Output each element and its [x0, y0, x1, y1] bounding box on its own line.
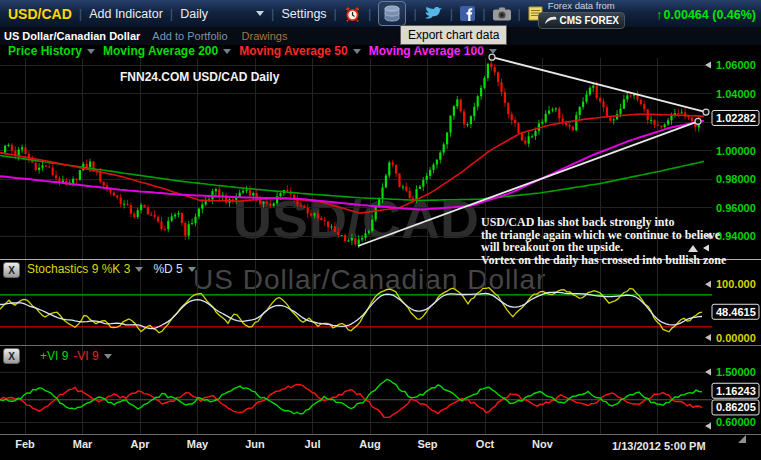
legend-label: Moving Average 50 [239, 44, 347, 58]
stochastics-k-label[interactable]: Stochastics 9 %K 3 [27, 262, 130, 276]
svg-text:Oct: Oct [476, 438, 495, 450]
settings-button[interactable]: Settings [281, 7, 326, 21]
annotation-line: USD/CAD has shot back strongly into [481, 216, 726, 229]
twitter-icon[interactable] [424, 6, 443, 21]
svg-text:0.00000: 0.00000 [716, 332, 756, 344]
legend-label: Moving Average 200 [103, 44, 218, 58]
svg-text:0.96000: 0.96000 [716, 202, 756, 214]
legend-moving-average-50[interactable]: Moving Average 50 [239, 44, 360, 58]
data-source: Forex data from CMS FOREX [538, 0, 625, 29]
chevron-down-icon[interactable] [135, 267, 143, 272]
chevron-down-icon[interactable] [188, 267, 196, 272]
chevron-down-icon[interactable] [256, 11, 264, 16]
annotation-line: will breakout on the upside. [481, 241, 726, 254]
svg-text:Jun: Jun [245, 438, 265, 450]
toolbar: USD/CAD | Add Indicator | Daily | Settin… [0, 0, 761, 28]
chevron-down-icon[interactable] [87, 49, 95, 54]
svg-text:Mar: Mar [73, 438, 93, 450]
svg-text:1.06000: 1.06000 [716, 59, 756, 71]
svg-text:100.000: 100.000 [716, 278, 756, 290]
alarm-icon[interactable] [344, 6, 361, 22]
svg-text:48.4615: 48.4615 [716, 306, 756, 318]
separator: | [482, 6, 485, 21]
vortex-plus-label[interactable]: +VI 9 [40, 349, 68, 363]
legend-moving-average-100[interactable]: Moving Average 100 [369, 44, 497, 58]
svg-text:May: May [187, 438, 209, 450]
svg-text:1.04000: 1.04000 [716, 88, 756, 100]
separator: | [334, 6, 337, 21]
svg-text:Aug: Aug [359, 438, 380, 450]
vortex-minus-label[interactable]: -VI 9 [73, 349, 98, 363]
separator: | [271, 6, 274, 21]
close-vortex-button[interactable]: X [3, 348, 20, 364]
legend-label: Price History [8, 44, 82, 58]
svg-text:Sep: Sep [417, 438, 437, 450]
add-indicator-button[interactable]: Add Indicator [89, 7, 163, 21]
separator: | [368, 6, 371, 21]
chevron-down-icon[interactable] [353, 49, 361, 54]
legend-price-history[interactable]: Price History [8, 44, 95, 58]
close-stochastics-button[interactable]: X [3, 262, 20, 278]
export-chart-data-tooltip: Export chart data [400, 25, 507, 45]
chart-title: FNN24.COM USD/CAD Daily [120, 70, 279, 84]
symbol-label: USD/CAD [8, 6, 72, 22]
svg-text:0.60000: 0.60000 [716, 416, 756, 428]
legend-label: Moving Average 100 [369, 44, 484, 58]
separator: | [518, 6, 521, 21]
svg-text:1.16243: 1.16243 [716, 385, 756, 397]
chevron-down-icon[interactable] [223, 49, 231, 54]
svg-text:0.98000: 0.98000 [716, 173, 756, 185]
separator: | [79, 6, 82, 21]
cms-forex-logo[interactable]: CMS FOREX [538, 12, 625, 29]
svg-text:0.86205: 0.86205 [716, 401, 756, 413]
legend-bar: Price History Moving Average 200 Moving … [0, 44, 761, 58]
svg-text:Apr: Apr [131, 438, 151, 450]
camera-icon[interactable] [493, 7, 511, 21]
svg-text:Nov: Nov [532, 438, 554, 450]
annotation-line: Vortex on the daily has crossed into bul… [481, 254, 726, 267]
svg-text:1.50000: 1.50000 [716, 366, 756, 378]
analyst-annotation: USD/CAD has shot back strongly into the … [481, 216, 726, 266]
subbar: US Dollar/Canadian Dollar Add to Portfol… [0, 27, 761, 45]
data-source-caption: Forex data from [538, 1, 625, 11]
cms-logo-text: CMS FOREX [560, 15, 619, 26]
chevron-down-icon[interactable] [489, 49, 497, 54]
vortex-header: +VI 9 -VI 9 [40, 349, 112, 363]
svg-text:1.02282: 1.02282 [716, 112, 756, 124]
chevron-down-icon[interactable] [104, 354, 112, 359]
instrument-name: US Dollar/Canadian Dollar [4, 30, 140, 42]
drawings-menu[interactable]: Drawings [242, 30, 288, 42]
separator: | [413, 6, 416, 21]
up-arrow-icon: ↑ [656, 7, 663, 22]
facebook-icon[interactable] [460, 6, 475, 21]
cms-swoosh-icon [544, 15, 557, 26]
svg-text:Jul: Jul [305, 438, 321, 450]
svg-text:Feb: Feb [15, 438, 35, 450]
timeframe-dropdown[interactable]: Daily [180, 7, 208, 21]
separator: | [450, 6, 453, 21]
separator: | [170, 6, 173, 21]
price-change: ↑0.00464 (0.46%) [656, 7, 756, 22]
stochastics-d-label[interactable]: %D 5 [153, 262, 182, 276]
chart-application: USD/CADUS Dollar/Canadian Dollar1.060001… [0, 0, 761, 460]
export-data-icon[interactable] [378, 1, 406, 26]
svg-text:1.00000: 1.00000 [716, 145, 756, 157]
add-to-portfolio-link[interactable]: Add to Portfolio [152, 30, 227, 42]
stochastics-header: Stochastics 9 %K 3 %D 5 [27, 262, 196, 276]
price-change-text: 0.00464 (0.46%) [664, 8, 756, 22]
legend-moving-average-200[interactable]: Moving Average 200 [103, 44, 231, 58]
svg-text:1/13/2012 5:00 PM: 1/13/2012 5:00 PM [612, 440, 706, 452]
